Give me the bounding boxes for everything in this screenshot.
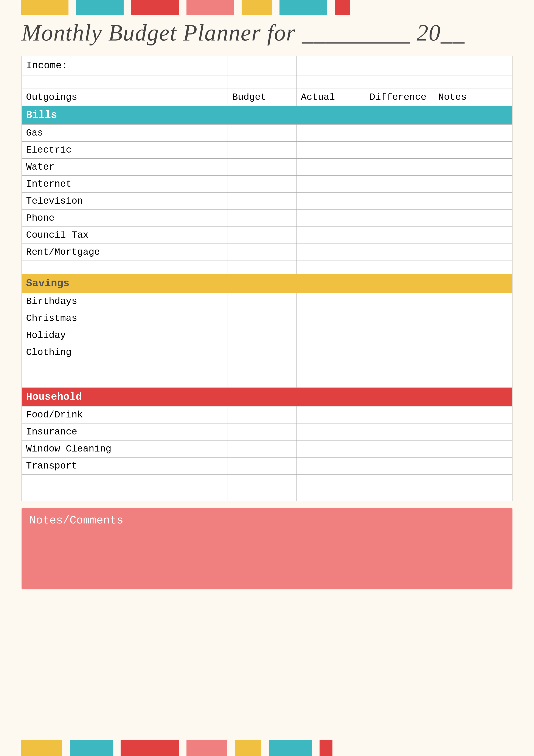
bottom-bar-red-2 xyxy=(319,740,332,756)
item-television: Television xyxy=(22,193,228,210)
table-row: Rent/Mortgage xyxy=(22,244,513,261)
table-row: Window Cleaning xyxy=(22,441,513,458)
table-row: Internet xyxy=(22,176,513,193)
top-bar-red-1 xyxy=(131,0,179,15)
table-row: Birthdays xyxy=(22,293,513,310)
empty-row-4 xyxy=(22,374,513,388)
income-row: Income: xyxy=(22,56,513,75)
bottom-decorative-bars xyxy=(0,735,534,756)
top-decorative-bars xyxy=(0,0,534,17)
item-insurance: Insurance xyxy=(22,423,228,441)
item-window-cleaning: Window Cleaning xyxy=(22,441,228,458)
item-rent-mortgage: Rent/Mortgage xyxy=(22,244,228,261)
item-phone: Phone xyxy=(22,210,228,227)
income-notes-cell[interactable] xyxy=(434,56,513,75)
income-budget-cell[interactable] xyxy=(228,56,296,75)
main-content: Income: Outgoings Budget Actual Differen… xyxy=(21,56,513,730)
col-header-outgoings: Outgoings xyxy=(22,89,228,106)
empty-row-5 xyxy=(22,474,513,488)
item-electric: Electric xyxy=(22,142,228,159)
table-row: Water xyxy=(22,159,513,176)
empty-row-2 xyxy=(22,261,513,274)
item-clothing: Clothing xyxy=(22,344,228,361)
bottom-bar-yellow-1 xyxy=(21,740,62,756)
table-row: Holiday xyxy=(22,327,513,344)
bills-category-label: Bills xyxy=(22,106,513,124)
table-row: Transport xyxy=(22,458,513,474)
empty-row-1 xyxy=(22,75,513,89)
item-gas: Gas xyxy=(22,124,228,142)
col-header-budget: Budget xyxy=(228,89,296,106)
category-row-bills: Bills xyxy=(22,106,513,124)
table-row: Insurance xyxy=(22,423,513,441)
col-header-difference: Difference xyxy=(365,89,434,106)
col-header-actual: Actual xyxy=(296,89,365,106)
category-row-savings: Savings xyxy=(22,274,513,293)
item-internet: Internet xyxy=(22,176,228,193)
top-bar-pink-1 xyxy=(187,0,234,15)
income-label: Income: xyxy=(22,56,228,75)
item-holiday: Holiday xyxy=(22,327,228,344)
income-diff-cell[interactable] xyxy=(365,56,434,75)
item-birthdays: Birthdays xyxy=(22,293,228,310)
table-row: Electric xyxy=(22,142,513,159)
table-row: Council Tax xyxy=(22,227,513,244)
table-row: Clothing xyxy=(22,344,513,361)
top-bar-yellow-1 xyxy=(21,0,68,15)
item-water: Water xyxy=(22,159,228,176)
item-transport: Transport xyxy=(22,458,228,474)
item-food-drink: Food/Drink xyxy=(22,406,228,423)
bottom-bar-yellow-2 xyxy=(235,740,261,756)
bottom-bar-teal-2 xyxy=(269,740,312,756)
budget-table: Income: Outgoings Budget Actual Differen… xyxy=(21,56,513,501)
table-row: Television xyxy=(22,193,513,210)
top-bar-red-2 xyxy=(335,0,350,15)
top-bar-teal-1 xyxy=(76,0,124,15)
table-row: Christmas xyxy=(22,310,513,327)
title-area: Monthly Budget Planner for _________ 20_… xyxy=(21,19,513,46)
page-title: Monthly Budget Planner for _________ 20_… xyxy=(21,19,513,46)
notes-section: Notes/Comments xyxy=(21,508,513,589)
item-council-tax: Council Tax xyxy=(22,227,228,244)
bottom-bar-red-1 xyxy=(120,740,179,756)
col-header-notes: Notes xyxy=(434,89,513,106)
top-bar-yellow-2 xyxy=(242,0,272,15)
table-row: Phone xyxy=(22,210,513,227)
household-category-label: Household xyxy=(22,388,513,406)
notes-content[interactable] xyxy=(29,531,505,583)
notes-title: Notes/Comments xyxy=(29,514,505,527)
category-row-household: Household xyxy=(22,388,513,406)
empty-row-3 xyxy=(22,361,513,374)
income-actual-cell[interactable] xyxy=(296,56,365,75)
savings-category-label: Savings xyxy=(22,274,513,293)
top-bar-teal-2 xyxy=(279,0,327,15)
bottom-bar-teal-1 xyxy=(70,740,113,756)
table-row: Gas xyxy=(22,124,513,142)
empty-row-6 xyxy=(22,488,513,501)
bottom-bar-pink-1 xyxy=(187,740,227,756)
table-row: Food/Drink xyxy=(22,406,513,423)
column-headers-row: Outgoings Budget Actual Difference Notes xyxy=(22,89,513,106)
item-christmas: Christmas xyxy=(22,310,228,327)
